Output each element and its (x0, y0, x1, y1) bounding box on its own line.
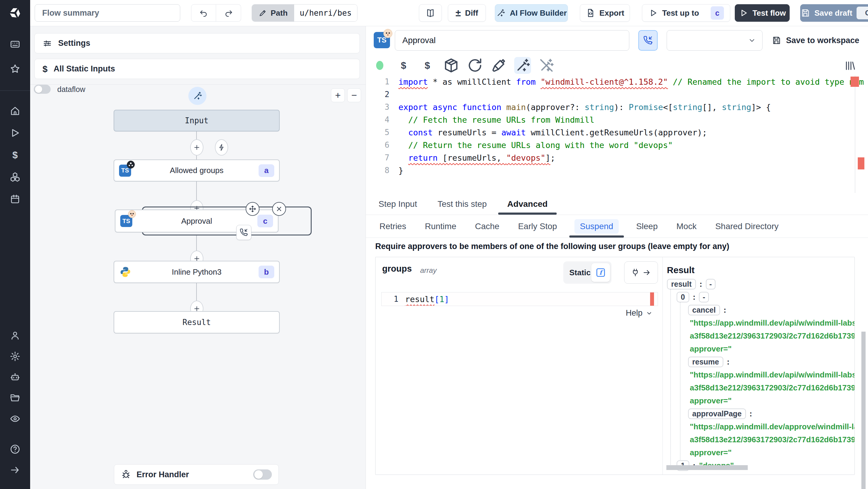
ai-gen-icon[interactable] (514, 57, 531, 74)
code-line[interactable]: 4 // Fetch the resume URLs from Windmill (366, 113, 868, 126)
static-toggle[interactable]: Static f (563, 262, 612, 284)
tab-test-this-step[interactable]: Test this step (427, 193, 497, 215)
variables-icon[interactable]: $ (10, 150, 21, 160)
ai-assist-button[interactable] (188, 87, 207, 105)
app-switcher-icon[interactable] (10, 39, 21, 50)
code-line[interactable]: 2 (366, 88, 868, 101)
chevron-down-icon (646, 310, 653, 317)
add-step-button[interactable] (190, 139, 204, 156)
home-icon[interactable] (10, 105, 21, 116)
export-button[interactable]: Export (580, 4, 630, 22)
zoom-out-button[interactable]: − (347, 88, 361, 102)
help-icon[interactable] (10, 444, 21, 455)
code-line[interactable]: 6 // Return the resume URLs along with t… (366, 139, 868, 151)
move-node-button[interactable] (246, 202, 259, 216)
help-dropdown[interactable]: Help (626, 308, 653, 318)
all-static-inputs-card[interactable]: $ All Static Inputs (34, 59, 360, 79)
suspend-heading: Require approvers to be members of one o… (375, 242, 730, 251)
diff-button[interactable]: ± Diff (448, 4, 486, 22)
tab-step-input[interactable]: Step Input (368, 193, 427, 215)
subtab-sleep[interactable]: Sleep (627, 215, 667, 238)
phone-incoming-icon (643, 36, 653, 45)
divider (30, 84, 366, 85)
result-json-tree: result:-0:-cancel:"https://app.windmill.… (667, 278, 855, 472)
result-key-row[interactable]: 0:- (677, 291, 855, 304)
code-line[interactable]: 8} (366, 164, 868, 177)
docs-button[interactable] (419, 4, 442, 22)
ai-flow-builder-button[interactable]: AI Flow Builder (495, 4, 568, 22)
collapse-button[interactable]: - (699, 292, 709, 302)
error-handler-toggle[interactable] (253, 469, 272, 480)
connect-input-button[interactable] (624, 262, 658, 284)
subtab-mock[interactable]: Mock (667, 215, 706, 238)
subtab-shared-directory[interactable]: Shared Directory (706, 215, 788, 238)
code-editor[interactable]: 1import * as wmillClient from "windmill-… (366, 75, 868, 193)
subtab-runtime[interactable]: Runtime (415, 215, 466, 238)
flow-node-allowed-groups[interactable]: TS Allowed groups a (114, 159, 280, 182)
result-key-row[interactable]: result:- (667, 278, 855, 291)
schedules-icon[interactable] (10, 193, 21, 205)
subtab-cache[interactable]: Cache (466, 215, 509, 238)
library-icon[interactable] (844, 60, 856, 72)
path-control[interactable]: Path u/henri/bes (252, 4, 358, 22)
tag-select[interactable] (667, 30, 763, 51)
result-key-row[interactable]: approvalPage: (688, 407, 855, 420)
reset-icon[interactable] (467, 57, 484, 74)
runs-icon[interactable] (10, 127, 21, 139)
collapse-button[interactable]: - (706, 279, 715, 289)
audit-icon[interactable] (10, 413, 21, 424)
undo-icon (199, 8, 209, 18)
folders-icon[interactable] (10, 393, 21, 403)
test-flow-button[interactable]: Test flow (735, 4, 789, 22)
redo-button[interactable] (216, 4, 241, 22)
code-line[interactable]: 5 const resumeUrls = await wmillClient.g… (366, 126, 868, 139)
groups-pane: groups array Static f 1 result[1] Help (375, 257, 662, 475)
svg-text:f: f (599, 269, 604, 276)
flow-node-result[interactable]: Result (114, 311, 280, 333)
ai-wand-icon (496, 8, 505, 18)
code-line[interactable]: 1import * as wmillClient from "windmill-… (366, 75, 868, 88)
variables-icon[interactable]: $ (395, 57, 412, 74)
static-inputs-icon[interactable]: $ (419, 57, 436, 74)
windmill-logo[interactable] (0, 0, 30, 26)
settings-icon[interactable] (10, 351, 21, 362)
code-line[interactable]: 3export async function main(approver?: s… (366, 101, 868, 113)
vertical-scrollbar[interactable] (861, 332, 866, 489)
result-value-row: approver=" (688, 446, 855, 459)
subtab-retries[interactable]: Retries (370, 215, 415, 238)
result-key-row[interactable]: resume: (688, 356, 855, 368)
package-icon[interactable] (443, 57, 460, 74)
test-up-to-button[interactable]: Test up to c (642, 4, 730, 22)
flow-node-inline-python[interactable]: Inline Python3 b (114, 261, 280, 283)
save-to-workspace-button[interactable]: Save to workspace (772, 33, 859, 48)
code-line[interactable]: 7 return [resumeUrls, "devops"]; (366, 151, 868, 164)
undo-button[interactable] (191, 4, 216, 22)
save-draft-button[interactable]: Save draft C (800, 4, 868, 22)
zoom-in-button[interactable]: + (331, 88, 345, 102)
suspend-approval-button[interactable] (638, 30, 658, 51)
result-key-row[interactable]: cancel: (688, 304, 855, 316)
tab-advanced[interactable]: Advanced (497, 193, 558, 215)
horizontal-scrollbar[interactable] (666, 465, 748, 470)
error-handler-card[interactable]: Error Handler (114, 464, 279, 485)
step-name-input[interactable]: Approval (395, 30, 629, 51)
suspend-indicator-button[interactable] (236, 225, 251, 240)
workers-icon[interactable] (10, 372, 21, 383)
trigger-button[interactable] (215, 139, 228, 156)
expression-mode-button[interactable]: f (591, 263, 610, 282)
flow-settings-card[interactable]: Settings (34, 33, 360, 53)
expand-icon[interactable] (10, 465, 21, 476)
flow-summary-input[interactable]: Flow summary (35, 4, 180, 22)
flow-node-input[interactable]: Input (114, 110, 280, 131)
groups-expression-editor[interactable]: 1 result[1] (381, 292, 658, 306)
user-icon[interactable] (10, 330, 21, 341)
star-icon[interactable] (10, 63, 21, 74)
ai-gen-off-icon[interactable] (538, 57, 555, 74)
subtab-suspend[interactable]: Suspend (566, 215, 627, 238)
resources-icon[interactable] (10, 172, 21, 182)
subtab-early-stop[interactable]: Early Stop (509, 215, 566, 238)
delete-node-button[interactable] (272, 202, 286, 216)
format-icon[interactable] (490, 57, 507, 74)
path-value[interactable]: u/henri/bes (294, 4, 357, 22)
dataflow-toggle[interactable] (34, 85, 51, 94)
